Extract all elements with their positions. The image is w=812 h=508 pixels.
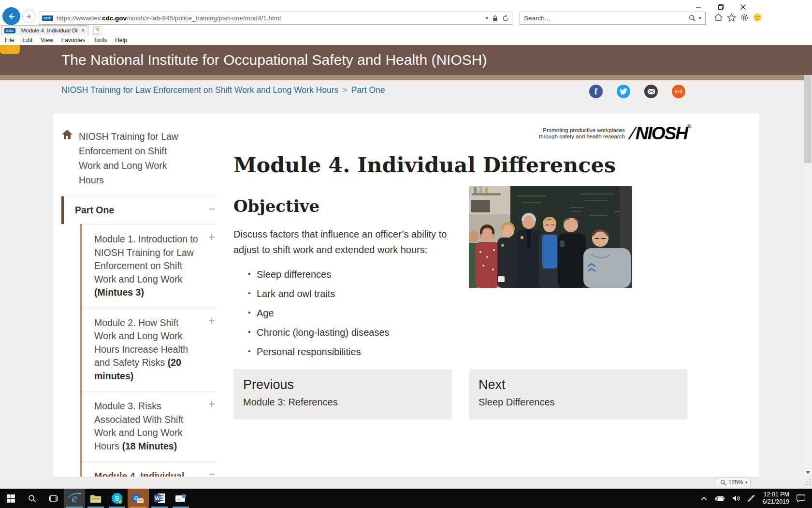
menu-favorites[interactable]: Favorites xyxy=(61,37,85,44)
scroll-down-icon[interactable] xyxy=(804,468,812,477)
search-icon[interactable] xyxy=(689,15,696,22)
next-label: Next xyxy=(478,377,678,392)
sidebar-home-link[interactable]: NIOSH Training for Law Enforcement on Sh… xyxy=(61,123,216,196)
taskbar-ie-button[interactable]: e xyxy=(64,489,85,508)
collapse-minus-icon[interactable]: − xyxy=(208,202,215,216)
pen-icon[interactable] xyxy=(748,495,755,502)
expand-plus-icon[interactable]: + xyxy=(208,230,215,244)
favorites-star-icon[interactable] xyxy=(727,13,736,22)
tray-chevron-icon[interactable] xyxy=(701,496,707,501)
minimize-button[interactable] xyxy=(694,2,703,12)
previous-button[interactable]: Previous Module 3: References xyxy=(233,369,452,419)
address-bar[interactable]: CDC https://wwwdev.cdc.gov/niosh/z-lab-9… xyxy=(39,12,512,25)
start-button[interactable] xyxy=(0,489,21,508)
taskbar-outlook-button[interactable]: O xyxy=(128,489,149,508)
browser-chrome: CDC https://wwwdev.cdc.gov/niosh/z-lab-9… xyxy=(0,0,812,45)
vertical-scrollbar[interactable] xyxy=(804,45,812,477)
menu-view[interactable]: View xyxy=(41,37,53,44)
social-share-bar: f xyxy=(589,85,685,98)
expand-plus-icon[interactable]: + xyxy=(208,397,215,411)
header-orange-tab xyxy=(0,45,20,54)
sidebar-section-label: Part One xyxy=(75,205,114,215)
sidebar-item-module-1[interactable]: Module 1. Introduction to NIOSH Training… xyxy=(82,224,216,308)
module-4-label-bold: Module 4. Individual xyxy=(94,471,184,477)
taskbar-clock[interactable]: 12:01 PM 6/21/2019 xyxy=(762,491,789,506)
syndicate-icon[interactable] xyxy=(672,85,685,98)
previous-label: Previous xyxy=(243,377,442,392)
clock-time: 12:01 PM xyxy=(762,491,789,498)
search-icon xyxy=(28,494,36,503)
module-1-duration: (Mintues 3) xyxy=(94,287,144,298)
ie-orbit-icon xyxy=(67,493,82,499)
settings-gear-icon[interactable] xyxy=(740,13,749,22)
new-tab-page-icon xyxy=(93,27,100,34)
breadcrumb-separator: > xyxy=(342,85,347,95)
previous-target: Module 3: References xyxy=(243,397,442,408)
url-text[interactable]: https://wwwdev.cdc.gov/niosh/z-lab-945/p… xyxy=(57,15,486,22)
volume-icon[interactable] xyxy=(732,495,740,502)
url-dropdown-caret-icon[interactable]: ▾ xyxy=(485,15,488,21)
taskbar-search-button[interactable] xyxy=(21,489,43,508)
breadcrumb-root-link[interactable]: NIOSH Training for Law Enforcement on Sh… xyxy=(61,85,338,95)
task-view-button[interactable] xyxy=(43,489,64,508)
email-icon[interactable] xyxy=(644,85,658,98)
breadcrumb-current-link[interactable]: Part One xyxy=(351,85,385,95)
clock-date: 6/21/2019 xyxy=(762,498,789,506)
new-tab-button[interactable] xyxy=(92,26,102,35)
resize-grip[interactable] xyxy=(804,478,811,485)
browser-search[interactable]: ▾ xyxy=(520,12,706,25)
sidebar-item-module-2[interactable]: Module 2. How Shift Work and Long Work H… xyxy=(82,308,216,391)
next-button[interactable]: Next Sleep Differences xyxy=(469,369,687,419)
menu-file[interactable]: File xyxy=(5,37,14,44)
taskbar-mail-button[interactable] xyxy=(170,489,191,508)
taskbar-explorer-button[interactable] xyxy=(85,489,106,508)
close-button[interactable] xyxy=(738,2,748,12)
tab-bar: CDC Module 4. Individual Differe... × xyxy=(0,25,812,35)
twitter-icon[interactable] xyxy=(617,85,630,98)
module-3-duration: (18 Minutes) xyxy=(122,441,177,451)
taskbar-word-button[interactable]: W xyxy=(149,489,170,508)
niosh-logo-slash: / xyxy=(628,123,636,144)
lock-icon xyxy=(493,15,498,22)
feedback-smiley-icon[interactable] xyxy=(753,13,762,22)
tab-close-icon[interactable]: × xyxy=(80,27,86,34)
search-input[interactable] xyxy=(524,15,689,22)
skype-icon: S xyxy=(111,493,123,504)
objective-text: Discuss factors that influence an office… xyxy=(233,226,468,257)
home-icon[interactable] xyxy=(714,13,723,22)
forward-button[interactable] xyxy=(22,10,36,23)
menu-tools[interactable]: Tools xyxy=(93,37,107,44)
menu-help[interactable]: Help xyxy=(115,37,127,44)
mail-app-icon xyxy=(175,494,186,502)
menu-edit[interactable]: Edit xyxy=(22,37,32,44)
menu-bar: File Edit View Favorites Tools Help xyxy=(0,35,812,45)
sidebar-item-module-3[interactable]: Module 3. Risks Associated With Shift Wo… xyxy=(82,391,216,461)
refresh-icon[interactable] xyxy=(502,15,509,22)
windows-taskbar: e S O W xyxy=(0,489,812,508)
forward-arrow-icon xyxy=(25,13,33,20)
site-banner: The National Institute for Occupational … xyxy=(0,45,812,75)
facebook-icon[interactable]: f xyxy=(589,85,603,98)
sidebar-item-module-4[interactable]: Module 4. Individual − xyxy=(82,461,216,477)
zoom-caret-icon[interactable]: ▾ xyxy=(745,480,748,485)
back-button[interactable] xyxy=(2,7,20,25)
page-background: NIOSH Training for Law Enforcement on Sh… xyxy=(0,80,804,477)
browser-tab[interactable]: CDC Module 4. Individual Differe... × xyxy=(1,25,88,35)
sidebar-section-part-one[interactable]: Part One − xyxy=(61,196,216,224)
search-dropdown-caret-icon[interactable]: ▾ xyxy=(698,15,701,21)
expand-plus-icon[interactable]: + xyxy=(208,314,215,328)
zoom-control[interactable]: 125% ▾ xyxy=(717,478,751,487)
sidebar-nav: NIOSH Training for Law Enforcement on Sh… xyxy=(61,123,216,477)
action-center-icon[interactable] xyxy=(797,494,805,502)
battery-icon[interactable] xyxy=(714,495,725,502)
svg-text:W: W xyxy=(155,496,160,501)
cdc-favicon-icon: CDC xyxy=(42,15,53,21)
tab-title: Module 4. Individual Differe... xyxy=(21,28,78,33)
collapse-minus-icon[interactable]: − xyxy=(208,467,215,477)
sidebar-home-label: NIOSH Training for Law Enforcement on Sh… xyxy=(79,129,185,187)
taskbar-skype-button[interactable]: S xyxy=(106,489,128,508)
outlook-icon: O xyxy=(132,493,144,504)
back-arrow-icon xyxy=(7,12,16,21)
tab-favicon-icon: CDC xyxy=(4,28,15,33)
restore-button[interactable] xyxy=(716,2,725,12)
